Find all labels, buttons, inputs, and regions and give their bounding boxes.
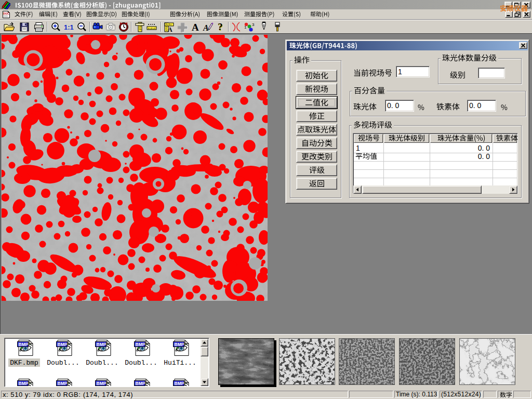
svg-text:1:1: 1:1 [64, 23, 74, 31]
svg-text:BMP: BMP [19, 381, 29, 386]
svg-text:BMP: BMP [97, 342, 107, 347]
svg-text:BMP: BMP [19, 342, 29, 347]
svg-text:A: A [192, 22, 199, 33]
svg-text:BMP: BMP [175, 381, 184, 386]
svg-text:BMP: BMP [175, 342, 184, 347]
svg-text:BMP: BMP [136, 381, 145, 386]
svg-text:A: A [168, 26, 172, 33]
svg-text:?: ? [218, 21, 223, 32]
svg-text:1: 1 [244, 25, 247, 30]
svg-text:DOC: DOC [3, 12, 9, 15]
svg-text:3: 3 [252, 22, 255, 27]
svg-text:BMP: BMP [136, 342, 145, 347]
svg-text:BMP: BMP [97, 381, 107, 386]
svg-text:BMP: BMP [58, 342, 68, 347]
svg-text:A: A [203, 23, 209, 32]
svg-text:BMP: BMP [58, 381, 68, 386]
